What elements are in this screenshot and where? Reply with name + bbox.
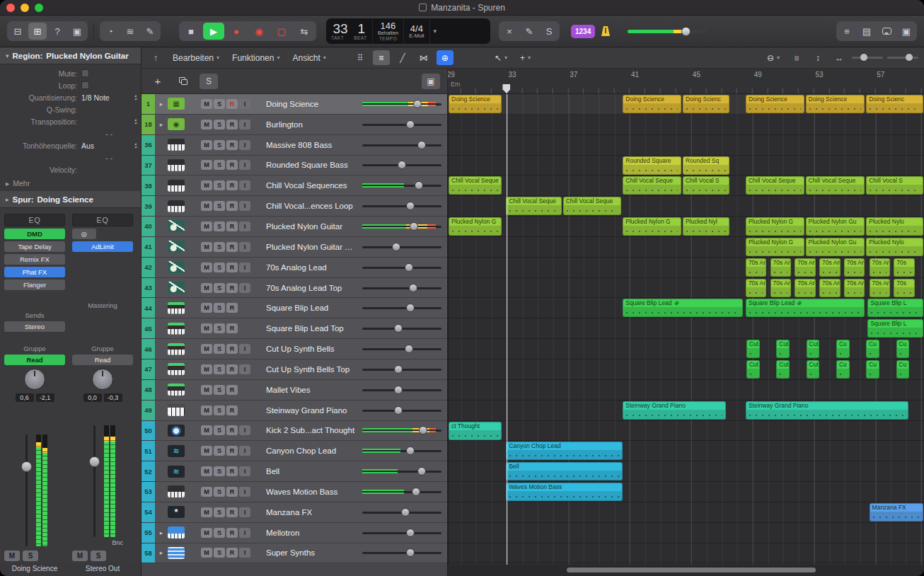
track-header[interactable]: 55▸MSRIMellotron bbox=[142, 523, 447, 543]
input-monitoring-button[interactable]: I bbox=[239, 283, 250, 293]
mute-button[interactable]: M bbox=[201, 201, 212, 211]
snap-mode-icon[interactable]: ⊕ bbox=[437, 50, 454, 65]
track-number-tab[interactable]: 58 bbox=[142, 543, 155, 563]
region[interactable]: Doing Scienc bbox=[866, 95, 923, 113]
track-volume-slider[interactable] bbox=[361, 302, 443, 313]
mute-checkbox[interactable] bbox=[81, 69, 89, 77]
region[interactable]: Chill Vocal Seque bbox=[449, 176, 502, 195]
stop-button[interactable]: ■ bbox=[180, 23, 202, 40]
vertical-zoom-slider[interactable] bbox=[852, 57, 883, 59]
region[interactable]: Cu bbox=[866, 360, 879, 379]
track-lane[interactable] bbox=[449, 115, 924, 135]
channel-fader[interactable] bbox=[90, 425, 98, 537]
track-number-tab[interactable]: 18 bbox=[142, 115, 155, 134]
region[interactable]: 70s Ana bbox=[819, 258, 840, 277]
toolbar-toggle-icon[interactable]: ▣ bbox=[68, 23, 86, 40]
track-header[interactable]: 40MSRIPlucked Nylon Guitar bbox=[142, 217, 447, 237]
region[interactable]: 70s bbox=[894, 279, 914, 297]
track-number-tab[interactable]: 38 bbox=[142, 175, 155, 195]
region[interactable]: Plucked Nylo bbox=[866, 238, 923, 256]
track-lane[interactable]: Steinway Grand PianoSteinway Grand Piano bbox=[449, 401, 924, 421]
track-header[interactable]: 48MSRMallet Vibes bbox=[142, 380, 447, 401]
record-enable-button[interactable]: R bbox=[226, 466, 238, 476]
horizontal-scrollbar[interactable] bbox=[567, 568, 816, 572]
track-number-tab[interactable]: 48 bbox=[142, 380, 155, 400]
input-monitoring-button[interactable]: I bbox=[239, 466, 250, 476]
region[interactable]: Chill Vocal Seque bbox=[746, 176, 804, 195]
track-number-tab[interactable]: 52 bbox=[142, 461, 155, 481]
solo-button[interactable]: S bbox=[214, 405, 225, 415]
disclosure-triangle-icon[interactable]: ▸ bbox=[157, 100, 166, 108]
track-lane[interactable]: Plucked Nylon GPlucked Nylon GuPlucked N… bbox=[449, 237, 924, 258]
region[interactable]: 70s Ana bbox=[770, 258, 791, 277]
mute-button[interactable]: M bbox=[201, 263, 212, 272]
track-header[interactable]: 52≋MSRIBell bbox=[142, 461, 447, 482]
solo-button[interactable]: S bbox=[214, 507, 225, 517]
region[interactable]: Doing Science bbox=[746, 95, 804, 113]
region[interactable]: Plucked Nyl bbox=[683, 217, 729, 236]
volume-knob[interactable] bbox=[394, 365, 403, 374]
mute-button[interactable]: M bbox=[201, 466, 212, 476]
input-monitoring-button[interactable]: I bbox=[239, 160, 250, 170]
input-monitoring-button[interactable]: I bbox=[239, 425, 250, 435]
track-volume-slider[interactable] bbox=[361, 527, 443, 538]
track-volume-slider[interactable] bbox=[361, 282, 443, 294]
track-volume-slider[interactable] bbox=[361, 384, 443, 396]
region[interactable]: Chill Vocal Seque bbox=[563, 197, 622, 215]
track-volume-slider[interactable] bbox=[361, 425, 443, 436]
record-enable-button[interactable]: R bbox=[226, 405, 238, 415]
region[interactable]: Steinway Grand Piano bbox=[746, 401, 908, 420]
global-solo-button[interactable]: S bbox=[200, 74, 218, 89]
vertical-auto-zoom-icon[interactable]: ↕ bbox=[809, 50, 826, 65]
input-monitoring-button[interactable]: I bbox=[239, 201, 250, 211]
solo-button[interactable]: S bbox=[214, 180, 225, 190]
pencil-icon[interactable]: ✎ bbox=[520, 23, 538, 40]
menu-ansicht[interactable]: Ansicht▾ bbox=[288, 51, 330, 65]
record-enable-button[interactable]: R bbox=[226, 487, 238, 497]
record-enable-button[interactable]: R bbox=[226, 160, 238, 170]
track-lane[interactable]: Doing ScienceDoing ScienceDoing SciencDo… bbox=[449, 94, 924, 115]
record-enable-button[interactable]: R bbox=[226, 446, 238, 456]
solo-button[interactable]: S bbox=[214, 160, 225, 170]
solo-button[interactable]: S bbox=[214, 303, 225, 313]
record-enable-button[interactable]: R bbox=[226, 548, 238, 558]
track-number-tab[interactable]: 54 bbox=[142, 502, 155, 522]
track-lane[interactable]: CutCutCutCuCuCu bbox=[449, 359, 924, 380]
input-monitoring-button[interactable]: I bbox=[239, 487, 250, 497]
midi-fx-slot[interactable]: DMD bbox=[4, 229, 65, 239]
record-enable-button[interactable]: R bbox=[226, 344, 238, 354]
input-monitoring-button[interactable]: I bbox=[239, 120, 250, 129]
disclosure-triangle-icon[interactable]: ▸ bbox=[157, 529, 166, 536]
region[interactable]: Rounded Square bbox=[623, 156, 681, 175]
region[interactable]: Doing Science bbox=[623, 95, 681, 113]
track-header[interactable]: 18▸◉MSRIBurlington bbox=[142, 115, 447, 135]
track-lane[interactable]: Canyon Chop Lead bbox=[449, 441, 924, 461]
mute-button[interactable]: M bbox=[201, 425, 212, 435]
volume-knob[interactable] bbox=[406, 447, 415, 455]
mute-button[interactable]: M bbox=[72, 551, 88, 561]
track-header[interactable]: 53MSRIWaves Motion Bass bbox=[142, 482, 447, 502]
track-header[interactable]: 41MSRIPlucked Nylon Guitar Top bbox=[142, 237, 447, 258]
track-volume-slider[interactable] bbox=[361, 343, 443, 355]
track-number-tab[interactable]: 49 bbox=[142, 401, 155, 420]
volume-knob[interactable] bbox=[406, 304, 415, 312]
track-lane[interactable]: ct Thought bbox=[449, 421, 924, 442]
track-lane[interactable]: 70s Ana70s Ana70s Ana70s Ana70s Ana70s A… bbox=[449, 278, 924, 299]
region[interactable]: Plucked Nylon G bbox=[623, 217, 681, 236]
region[interactable]: Cut bbox=[746, 340, 760, 358]
region[interactable]: Square Blip Lead⊕ bbox=[623, 299, 742, 317]
mute-button[interactable]: M bbox=[201, 344, 212, 354]
quantize-value[interactable]: 1/8 Note bbox=[81, 93, 110, 102]
ruler[interactable]: Em 2933374145495357 bbox=[448, 69, 924, 94]
region[interactable]: Doing Science bbox=[806, 95, 865, 113]
horizontal-zoom-slider[interactable] bbox=[887, 57, 918, 59]
track-lane[interactable]: Square Blip L bbox=[449, 318, 924, 339]
volume-knob[interactable] bbox=[406, 548, 415, 557]
region[interactable]: Square Blip Lead⊕ bbox=[746, 299, 865, 317]
solo-button[interactable]: S bbox=[214, 425, 225, 435]
track-header[interactable]: 36MSRIMassive 808 Bass bbox=[142, 135, 447, 156]
region[interactable]: Cut bbox=[746, 360, 760, 379]
region[interactable]: Canyon Chop Lead bbox=[506, 442, 623, 460]
solo-button[interactable]: S bbox=[214, 283, 225, 293]
lcd-chevron-icon[interactable]: ▾ bbox=[430, 18, 441, 44]
